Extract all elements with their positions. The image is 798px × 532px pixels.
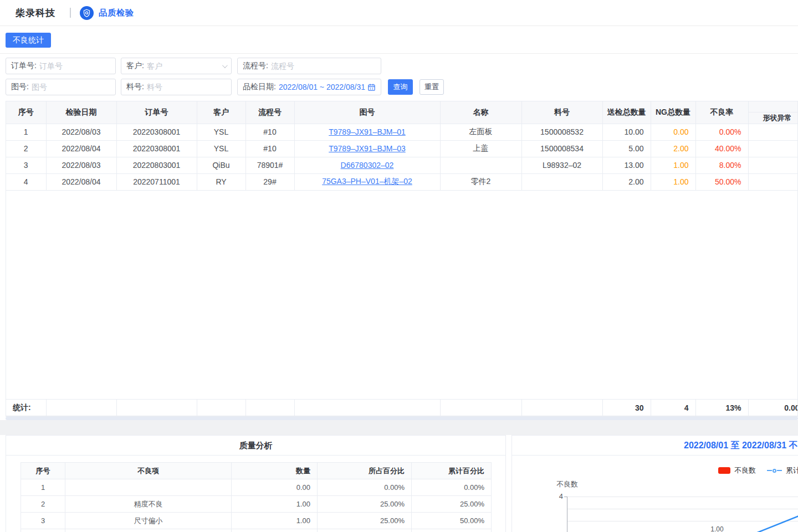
- cell-ng: 0.00: [651, 124, 695, 140]
- defect-table: 序号 检验日期 订单号 客户 流程号 图号 名称 料号 送检总数量 NG总数量 …: [6, 101, 798, 417]
- cell-date: 2022/08/04: [46, 173, 116, 190]
- quality-analysis-title: 质量分析: [6, 436, 505, 456]
- table-row: 1 2022/08/03 20220308001 YSL #10 T9789–J…: [6, 124, 798, 140]
- cumulative-line: [567, 497, 798, 532]
- col-index: 序号: [6, 101, 46, 124]
- col-total-qty: 送检总数量: [602, 101, 651, 124]
- quality-row: 2 精度不良 1.00 25.00% 25.00%: [21, 496, 492, 513]
- summary-shape: 0.00: [748, 400, 798, 416]
- summary-defect-rate: 13%: [695, 400, 748, 416]
- process-no-field[interactable]: 流程号:: [237, 58, 381, 74]
- drawing-no-link[interactable]: 75GA3–PH–V01–机架–02: [322, 177, 412, 186]
- inspect-date-range-picker[interactable]: 品检日期: 2022/08/01 ~ 2022/08/31: [237, 79, 381, 95]
- cell-total: 10.00: [602, 124, 651, 140]
- brand-name: 柴录科技: [16, 7, 55, 19]
- cell-rate: 0.00%: [695, 124, 748, 140]
- summary-row: 统计: 30 4 13% 0.00: [6, 400, 798, 416]
- top-bar: 柴录科技 品质检验: [0, 0, 798, 26]
- cell-customer: QiBu: [197, 157, 245, 173]
- cell-customer: YSL: [197, 124, 245, 140]
- reset-button[interactable]: 重置: [420, 79, 444, 95]
- app-name: 品质检验: [99, 8, 134, 18]
- cell-name: 左面板: [440, 124, 521, 140]
- drawing-no-link[interactable]: D66780302–02: [341, 161, 394, 170]
- search-button[interactable]: 查询: [388, 79, 413, 95]
- quality-row: 3 尺寸偏小 1.00 25.00% 50.00%: [21, 513, 492, 529]
- qcol-index: 序号: [21, 463, 65, 479]
- cell-shape: [748, 124, 798, 140]
- cell-drawing: 75GA3–PH–V01–机架–02: [294, 173, 440, 190]
- qcol-cum-percent: 累计百分比: [412, 463, 492, 479]
- cell-drawing: D66780302–02: [294, 157, 440, 173]
- customer-select[interactable]: 客户:: [121, 58, 232, 74]
- line-legend-label: 累计百分比: [786, 466, 798, 475]
- order-no-input[interactable]: [39, 62, 110, 70]
- summary-label: 统计:: [6, 400, 46, 416]
- drawing-no-field[interactable]: 图号:: [6, 79, 116, 95]
- cell-order: 20220308001: [116, 140, 197, 157]
- qcol-percent: 所占百分比: [318, 463, 412, 479]
- cell-name: 零件2: [440, 173, 521, 190]
- cell-ng: 2.00: [651, 140, 695, 157]
- process-no-input[interactable]: [271, 62, 376, 70]
- cell-shape: [748, 140, 798, 157]
- summary-total-qty: 30: [602, 400, 651, 416]
- drawing-no-link[interactable]: T9789–JX91–BJM–01: [329, 127, 406, 136]
- pareto-chart-panel: 2022/08/01 至 2022/08/31 不良分析 不良数 累计百分比 不…: [511, 435, 798, 532]
- cell-process: 29#: [245, 173, 294, 190]
- chart-title: 2022/08/01 至 2022/08/31 不良分析: [684, 440, 798, 452]
- bar-legend-swatch: [718, 467, 730, 474]
- cell-order: 20220803001: [116, 157, 197, 173]
- col-shape-abnormal: 形状异常: [748, 101, 798, 124]
- cell-ng: 1.00: [651, 157, 695, 173]
- drawing-no-input[interactable]: [32, 83, 110, 91]
- process-no-label: 流程号:: [243, 61, 268, 71]
- cell-material: 1500008534: [521, 140, 602, 157]
- table-row: 2 2022/08/04 20220308001 YSL #10 T9789–J…: [6, 140, 798, 157]
- col-drawing-no: 图号: [294, 101, 440, 124]
- cell-drawing: T9789–JX91–BJM–03: [294, 140, 440, 157]
- bar-legend-label: 不良数: [734, 466, 756, 475]
- calendar-icon: [367, 83, 376, 91]
- cell-order: 20220308001: [116, 124, 197, 140]
- cell-date: 2022/08/03: [46, 157, 116, 173]
- cell-ng: 1.00: [651, 173, 695, 190]
- cell-material: L98932–02: [521, 157, 602, 173]
- order-no-field[interactable]: 订单号:: [6, 58, 116, 74]
- cell-rate: 40.00%: [695, 140, 748, 157]
- cell-drawing: T9789–JX91–BJM–01: [294, 124, 440, 140]
- cell-index: 4: [6, 173, 46, 190]
- cell-material: 1500008532: [521, 124, 602, 140]
- y-axis-tick: 4: [553, 492, 563, 500]
- material-no-label: 料号:: [126, 82, 144, 92]
- cell-shape: [748, 157, 798, 173]
- table-empty-area: [6, 191, 797, 400]
- quality-row: [21, 529, 492, 532]
- material-no-input[interactable]: [147, 83, 226, 91]
- cell-total: 5.00: [602, 140, 651, 157]
- section-gap: [0, 420, 798, 435]
- divider: [70, 8, 71, 18]
- cell-rate: 50.00%: [695, 173, 748, 190]
- table-row: 4 2022/08/04 20220711001 RY 29# 75GA3–PH…: [6, 173, 798, 190]
- qcol-qty: 数量: [232, 463, 318, 479]
- tab-defect-statistics[interactable]: 不良统计: [6, 33, 51, 48]
- inspect-date-value[interactable]: 2022/08/01 ~ 2022/08/31: [279, 83, 367, 91]
- summary-ng-qty: 4: [651, 400, 695, 416]
- quality-header-row: 序号 不良项 数量 所占百分比 累计百分比: [21, 463, 492, 479]
- chart-legend[interactable]: 不良数 累计百分比: [718, 466, 798, 475]
- cell-date: 2022/08/04: [46, 140, 116, 157]
- col-defect-rate: 不良率: [695, 101, 748, 124]
- customer-input[interactable]: [147, 62, 220, 70]
- material-no-field[interactable]: 料号:: [121, 79, 232, 95]
- cell-index: 2: [6, 140, 46, 157]
- cell-index: 1: [6, 124, 46, 140]
- cell-process: 78901#: [245, 157, 294, 173]
- cell-shape: [748, 173, 798, 190]
- col-process-no: 流程号: [245, 101, 294, 124]
- order-no-label: 订单号:: [11, 61, 37, 71]
- drawing-no-link[interactable]: T9789–JX91–BJM–03: [329, 144, 406, 153]
- col-defect-group: [749, 101, 798, 112]
- col-inspect-date: 检验日期: [46, 101, 116, 124]
- cell-customer: RY: [197, 173, 245, 190]
